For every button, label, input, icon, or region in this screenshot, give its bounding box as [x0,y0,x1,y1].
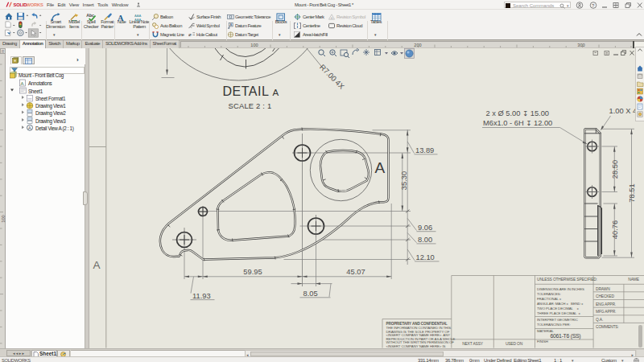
svg-text:DRAWN: DRAWN [596,287,610,291]
svg-text:NEXT ASSY: NEXT ASSY [462,342,484,346]
svg-text:Abc: Abc [86,13,94,18]
svg-text:8.05: 8.05 [303,290,317,298]
svg-text:300: 300 [577,43,584,47]
svg-text:12.10: 12.10 [415,253,434,261]
svg-text:Sheet Format1: Sheet Format1 [35,95,66,101]
svg-text:8.00: 8.00 [418,236,432,244]
svg-text:DIMENSIONS ARE IN INCHES: DIMENSIONS ARE IN INCHES [537,287,584,291]
svg-text:THREE PLACE DECIMAL ±: THREE PLACE DECIMAL ± [537,311,581,315]
svg-text:9.06: 9.06 [418,224,432,232]
svg-text:Drawing View2: Drawing View2 [35,110,66,117]
svg-text:Sheet1: Sheet1 [28,88,43,93]
svg-text:ANGULAR: MACH ± BEND ±: ANGULAR: MACH ± BEND ± [537,302,584,306]
svg-text:FINISH: FINISH [537,339,548,343]
svg-text:100: 100 [1,215,6,222]
svg-text:40.76: 40.76 [610,220,618,239]
svg-text:MFG APPR.: MFG APPR. [596,310,616,314]
svg-text:USED ON: USED ON [505,342,522,346]
svg-text:100: 100 [250,43,258,47]
svg-text:78.51: 78.51 [628,183,636,202]
svg-text:Drawing View1: Drawing View1 [35,103,66,109]
svg-text:A: A [93,259,100,271]
svg-text:ENG APPR.: ENG APPR. [596,302,616,306]
svg-text:SCALE 2 : 1: SCALE 2 : 1 [228,101,271,110]
svg-text:SOLID: SOLID [14,2,27,7]
svg-text:Detail View A (2 : 1): Detail View A (2 : 1) [35,125,74,132]
svg-text:DETAIL: DETAIL [222,84,269,98]
svg-text:A: A [28,125,31,130]
svg-text:WORKS: WORKS [27,2,44,7]
svg-text:TWO PLACE DECIMAL ±: TWO PLACE DECIMAL ± [537,306,579,311]
svg-text:TOLERANCING PER:: TOLERANCING PER: [537,323,571,327]
svg-text:28.50: 28.50 [610,160,618,179]
svg-text:INTERPRET GEOMETRIC: INTERPRET GEOMETRIC [537,318,578,322]
svg-text:A: A [229,23,232,27]
svg-text:6061-T6 (SS): 6061-T6 (SS) [550,333,580,339]
svg-text:A: A [374,159,385,176]
svg-text:Q.A.: Q.A. [596,318,603,322]
svg-text:13.89: 13.89 [415,146,434,154]
svg-text:FRACTIONAL ±: FRACTIONAL ± [537,297,562,301]
svg-text:?: ? [592,3,595,8]
svg-text:A: A [272,88,279,97]
svg-text:45.07: 45.07 [346,268,365,276]
svg-text:R7.00 4X: R7.00 4X [318,63,345,90]
svg-text:A: A [21,80,24,85]
svg-text:Drawing View3: Drawing View3 [35,117,66,124]
svg-text:35.30: 35.30 [400,171,408,190]
svg-text:TOLERANCES:: TOLERANCES: [537,292,561,296]
svg-text:NAME: NAME [628,278,639,282]
svg-text:Annotations: Annotations [28,80,52,86]
svg-text:11.93: 11.93 [192,292,211,300]
svg-text:UNLESS OTHERWISE SPECIFIED:: UNLESS OTHERWISE SPECIFIED: [537,278,597,282]
svg-text:2 x Ø 5.00 ↧ 15.00: 2 x Ø 5.00 ↧ 15.00 [485,109,549,117]
svg-text:A: A [331,15,333,19]
svg-text:M6x1.0 - 6H ↧ 12.00: M6x1.0 - 6H ↧ 12.00 [483,119,552,127]
svg-text:PROPRIETARY AND CONFIDENTIAL: PROPRIETARY AND CONFIDENTIAL [386,322,448,326]
svg-text:COMMENTS:: COMMENTS: [596,325,619,329]
svg-text:Mount - Front Belt Cog: Mount - Front Belt Cog [19,72,64,79]
svg-text:CHECKED: CHECKED [596,294,614,298]
svg-text:59.95: 59.95 [243,268,262,276]
svg-text:200: 200 [414,43,421,47]
svg-text:⌀: ⌀ [188,31,192,37]
